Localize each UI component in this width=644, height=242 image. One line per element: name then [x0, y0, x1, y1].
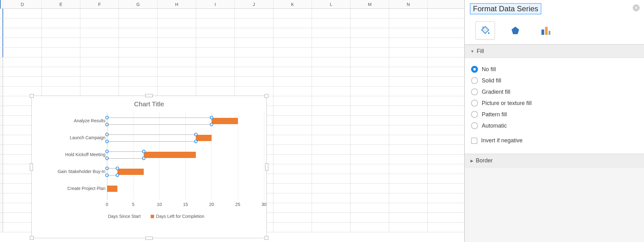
selection-edge [107, 168, 117, 169]
svg-rect-2 [549, 31, 550, 35]
category-label: Hold Kickoff Meeting [65, 152, 105, 157]
radio-icon [471, 122, 478, 129]
selection-edge [107, 151, 144, 152]
resize-handle-ml[interactable] [30, 163, 33, 171]
resize-handle-tr[interactable] [265, 94, 268, 98]
resize-handle-tm[interactable] [145, 94, 153, 97]
tab-fill-and-line[interactable] [475, 21, 495, 39]
section-border-header[interactable]: ▶ Border [465, 154, 644, 167]
col-header-E[interactable]: E [42, 0, 80, 8]
section-fill-header[interactable]: ▼ Fill [465, 45, 644, 58]
radio-label: Solid fill [482, 77, 501, 84]
col-header-M[interactable]: M [351, 0, 389, 8]
radio-label: Gradient fill [482, 89, 510, 95]
close-icon: ✕ [634, 5, 638, 10]
radio-label: Picture or texture fill [482, 100, 532, 107]
x-tick-label: 30 [261, 202, 266, 207]
radio-icon [471, 77, 478, 84]
x-tick-label: 0 [106, 202, 108, 207]
legend-label-2: Days Left for Completion [156, 214, 204, 219]
x-tick-label: 20 [209, 202, 214, 207]
x-tick-label: 10 [157, 202, 162, 207]
x-tick-label: 25 [235, 202, 240, 207]
fill-option-pattern-fill[interactable]: Pattern fill [471, 109, 638, 120]
section-fill-label: Fill [477, 48, 484, 55]
tab-series-options[interactable] [536, 21, 555, 39]
embedded-chart[interactable]: Chart Title 051015202530Analyze ResultsL… [31, 96, 267, 238]
fill-option-picture-fill[interactable]: Picture or texture fill [471, 97, 638, 109]
bar-row[interactable]: Gain Stakeholder Buy-In [44, 163, 254, 180]
col-header-K[interactable]: K [273, 0, 312, 8]
bar-segment-days-left[interactable] [144, 152, 196, 158]
chart-legend[interactable]: Days Since Start Days Left for Completio… [32, 213, 266, 219]
bar-row[interactable]: Launch Campaign [44, 129, 254, 146]
col-header-G[interactable]: G [119, 0, 158, 8]
close-pane-button[interactable]: ✕ [633, 4, 640, 11]
bar-row[interactable]: Create Project Plan [44, 180, 254, 197]
svg-rect-0 [541, 29, 544, 35]
radio-icon [471, 111, 478, 118]
legend-swatch-1 [103, 215, 106, 218]
radio-icon [471, 100, 478, 107]
category-label: Analyze Results [74, 118, 105, 123]
x-tick-label: 5 [132, 202, 134, 207]
selection-edge [107, 118, 212, 118]
selection-edge [107, 134, 196, 135]
bar-segment-days-left[interactable] [117, 169, 143, 175]
tab-effects[interactable] [506, 21, 525, 39]
radio-icon [471, 66, 478, 73]
resize-handle-br[interactable] [265, 236, 268, 240]
format-data-series-pane: Format Data Series ✕ ▼ Fill [464, 0, 644, 242]
col-header-F[interactable]: F [80, 0, 119, 8]
category-label: Launch Campaign [70, 135, 105, 140]
selection-edge [107, 141, 196, 142]
pane-title[interactable]: Format Data Series [470, 3, 541, 14]
chart-title[interactable]: Chart Title [32, 96, 266, 111]
radio-label: Automatic [482, 123, 507, 129]
fill-option-automatic[interactable]: Automatic [471, 120, 638, 131]
fill-option-solid-fill[interactable]: Solid fill [471, 75, 638, 86]
resize-handle-bl[interactable] [30, 236, 34, 240]
col-header-L[interactable]: L [312, 0, 351, 8]
col-header-J[interactable]: J [235, 0, 273, 8]
svg-rect-1 [545, 27, 548, 35]
radio-label: Pattern fill [482, 111, 507, 118]
checkbox-label: Invert if negative [481, 137, 523, 144]
invert-if-negative[interactable]: Invert if negative [471, 135, 638, 146]
legend-swatch-2 [151, 215, 154, 218]
section-fill-body: No fill Solid fill Gradient fill Picture… [465, 58, 644, 154]
radio-label: No fill [482, 66, 496, 73]
bar-chart-icon [540, 25, 551, 36]
grid-line [264, 112, 264, 200]
bar-segment-days-left[interactable] [107, 186, 117, 192]
pentagon-icon [510, 25, 520, 35]
column-header-row: D E F G H I J K L M N [0, 0, 464, 9]
bar-segment-days-left[interactable] [196, 135, 212, 141]
chart-plot-area[interactable]: 051015202530Analyze ResultsLaunch Campai… [44, 112, 254, 213]
paint-bucket-icon [480, 25, 491, 36]
section-border-label: Border [476, 157, 493, 164]
bar-row[interactable]: Analyze Results [44, 112, 254, 129]
resize-handle-mr[interactable] [265, 163, 268, 171]
bar-row[interactable]: Hold Kickoff Meeting [44, 146, 254, 163]
col-header-D[interactable]: D [3, 0, 42, 8]
fill-option-gradient-fill[interactable]: Gradient fill [471, 86, 638, 97]
category-label: Gain Stakeholder Buy-In [57, 169, 105, 174]
col-header-I[interactable]: I [196, 0, 235, 8]
col-header-H[interactable]: H [158, 0, 196, 8]
pane-tabs [465, 17, 644, 45]
fill-option-no-fill[interactable]: No fill [471, 64, 638, 75]
spreadsheet-area: D E F G H I J K L M N [0, 0, 464, 242]
chevron-down-icon: ▼ [470, 49, 474, 54]
chevron-right-icon: ▶ [470, 159, 473, 163]
resize-handle-tl[interactable] [30, 94, 34, 98]
selection-edge [107, 175, 117, 176]
bar-segment-days-left[interactable] [212, 118, 238, 124]
resize-handle-bm[interactable] [145, 237, 153, 240]
col-header-N[interactable]: N [389, 0, 428, 8]
legend-label-1: Days Since Start [108, 214, 141, 219]
selection-edge [107, 124, 212, 125]
category-label: Create Project Plan [67, 186, 105, 191]
x-tick-label: 15 [183, 202, 188, 207]
checkbox-icon [471, 138, 477, 144]
